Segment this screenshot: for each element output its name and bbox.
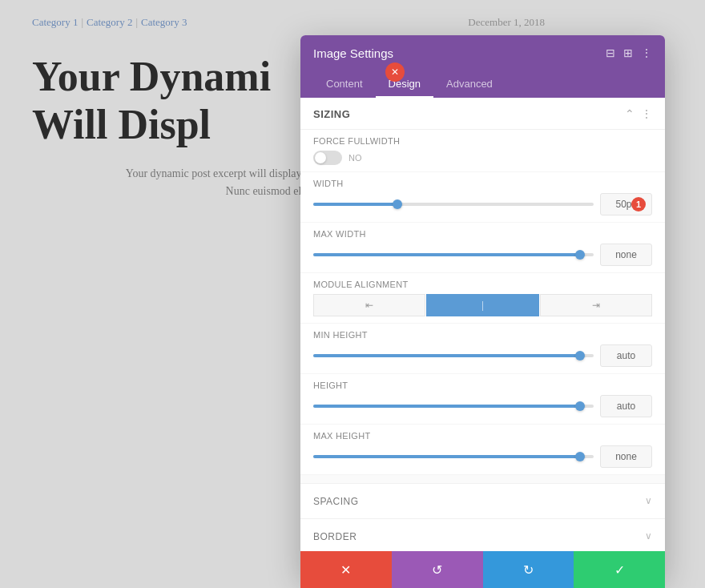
max-height-slider[interactable] — [313, 455, 594, 458]
max-height-row: Max Height — [300, 425, 665, 475]
expand-icon[interactable]: ⊞ — [623, 46, 633, 60]
save-icon: ✓ — [614, 562, 625, 578]
spacing-section[interactable]: Spacing ∨ — [300, 483, 665, 518]
max-height-slider-row — [313, 445, 652, 468]
undo-icon: ↺ — [432, 562, 442, 578]
tab-advanced[interactable]: Advanced — [433, 71, 506, 98]
force-fullwidth-toggle[interactable] — [313, 151, 342, 165]
max-width-slider-row — [313, 244, 652, 266]
height-slider-thumb — [575, 401, 585, 411]
sizing-section-header: Sizing ⌃ ⋮ — [300, 98, 665, 130]
alignment-buttons: ⇤ | ⇥ — [313, 294, 652, 316]
max-height-slider-fill — [313, 455, 580, 458]
max-width-input[interactable] — [600, 244, 652, 266]
alignment-row: Module Alignment ⇤ | ⇥ — [300, 273, 665, 324]
width-slider-fill — [313, 203, 397, 206]
redo-button[interactable]: ↻ — [483, 551, 574, 588]
close-button[interactable]: ✕ — [385, 62, 405, 82]
align-center-button[interactable]: | — [426, 294, 538, 316]
height-row: Height — [300, 374, 665, 425]
tab-design[interactable]: Design — [376, 71, 433, 98]
height-input[interactable] — [600, 395, 652, 417]
settings-panel: Image Settings ⊟ ⊞ ⋮ Content Design Adva… — [300, 35, 665, 578]
section-icons: ⌃ ⋮ — [625, 107, 652, 121]
panel-content: Sizing ⌃ ⋮ Force Fullwidth NO Width — [300, 98, 665, 578]
panel-header-icons: ⊟ ⊞ ⋮ — [606, 46, 652, 60]
redo-icon: ↻ — [523, 562, 534, 578]
max-height-slider-thumb — [575, 452, 585, 461]
width-input-wrapper: 1 — [600, 193, 652, 215]
max-width-slider-fill — [313, 253, 580, 256]
panel-tabs: Content Design Advanced — [300, 71, 665, 98]
cancel-icon: ✕ — [340, 562, 351, 578]
panel-title: Image Settings — [313, 46, 393, 60]
bottom-toolbar: ✕ ↺ ↻ ✓ — [300, 551, 665, 588]
sizing-title: Sizing — [313, 108, 350, 120]
height-slider-row — [313, 395, 652, 417]
border-label: Border — [313, 531, 357, 542]
min-height-slider-thumb — [575, 351, 585, 360]
min-height-label: Min Height — [313, 330, 652, 340]
border-section[interactable]: Border ∨ — [300, 518, 665, 554]
min-height-slider[interactable] — [313, 354, 594, 357]
toggle-knob — [315, 152, 326, 163]
save-button[interactable]: ✓ — [574, 551, 665, 588]
min-height-row: Min Height — [300, 324, 665, 374]
toggle-row: NO — [313, 151, 652, 165]
collapse-icon[interactable]: ⌃ — [625, 107, 634, 121]
min-height-slider-row — [313, 344, 652, 367]
align-center-icon: | — [481, 300, 483, 312]
max-width-label: Max Width — [313, 229, 652, 239]
max-width-slider[interactable] — [313, 253, 594, 256]
max-height-input[interactable] — [600, 445, 652, 468]
width-slider[interactable] — [313, 203, 594, 206]
minimize-icon[interactable]: ⊟ — [606, 46, 615, 60]
min-height-slider-fill — [313, 354, 580, 357]
width-slider-row: 1 — [313, 193, 652, 215]
spacing-label: Spacing — [313, 496, 359, 507]
width-badge: 1 — [631, 197, 646, 211]
align-right-button[interactable]: ⇥ — [540, 294, 652, 316]
align-left-icon: ⇤ — [365, 300, 373, 312]
force-fullwidth-label: Force Fullwidth — [313, 136, 652, 146]
width-label: Width — [313, 179, 652, 188]
undo-button[interactable]: ↺ — [392, 551, 483, 588]
force-fullwidth-row: Force Fullwidth NO — [300, 130, 665, 172]
width-row: Width 1 — [300, 172, 665, 223]
min-height-input[interactable] — [600, 344, 652, 367]
max-width-row: Max Width — [300, 223, 665, 273]
more-icon[interactable]: ⋮ — [641, 46, 652, 60]
height-slider[interactable] — [313, 405, 594, 408]
toggle-state-label: NO — [348, 153, 362, 163]
max-height-label: Max Height — [313, 431, 652, 441]
align-right-icon: ⇥ — [592, 300, 600, 312]
panel-header: Image Settings ⊟ ⊞ ⋮ — [300, 35, 665, 71]
height-label: Height — [313, 381, 652, 390]
align-left-button[interactable]: ⇤ — [313, 294, 425, 316]
alignment-label: Module Alignment — [313, 280, 652, 289]
height-slider-fill — [313, 405, 580, 408]
section-more-icon[interactable]: ⋮ — [641, 107, 652, 121]
tab-content[interactable]: Content — [313, 71, 376, 98]
width-slider-thumb — [393, 199, 402, 209]
border-chevron: ∨ — [645, 530, 652, 542]
max-width-slider-thumb — [575, 250, 585, 260]
spacing-chevron: ∨ — [645, 495, 652, 507]
cancel-button[interactable]: ✕ — [300, 551, 392, 588]
